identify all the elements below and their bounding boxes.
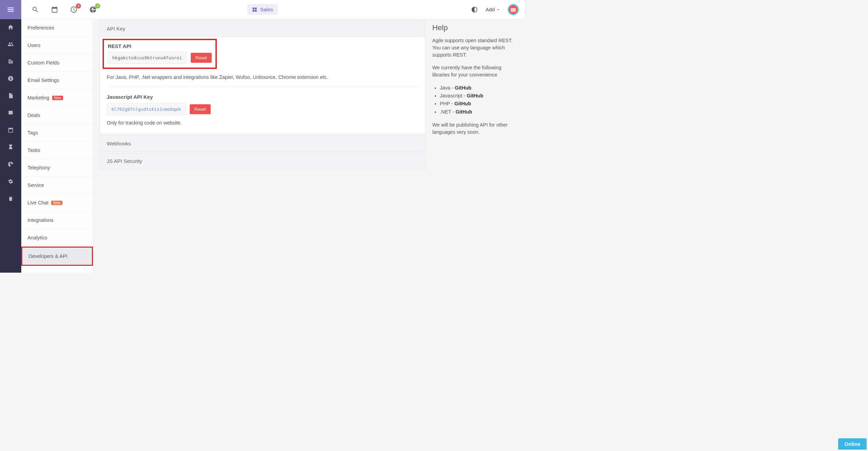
settings-item-label: Integrations bbox=[27, 217, 54, 223]
help-lib-link[interactable]: GitHub bbox=[467, 93, 483, 98]
chart-badge: 4 bbox=[95, 3, 100, 9]
settings-item-label: Live Chat bbox=[27, 200, 48, 205]
settings-item-custom-fields[interactable]: Custom Fields bbox=[21, 54, 93, 72]
js-api-title: Javascript API Key bbox=[107, 94, 418, 100]
sales-label: Sales bbox=[260, 7, 273, 12]
topbar: 4 4 Sales Add bbox=[0, 0, 525, 19]
calendar-icon bbox=[51, 6, 58, 13]
contacts-icon[interactable] bbox=[8, 41, 14, 47]
settings-item-label: Telephony bbox=[27, 165, 50, 170]
chart-button[interactable]: 4 bbox=[89, 6, 97, 13]
settings-item-pill: Beta bbox=[51, 201, 62, 205]
help-lib-item: .NET - GitHub bbox=[440, 108, 513, 116]
rest-api-block-highlight: REST API hkgakctodcus0ktrunu4fuoroi Rese… bbox=[103, 39, 217, 69]
content-left: API Key REST API hkgakctodcus0ktrunu4fuo… bbox=[99, 19, 425, 266]
help-lib-item: PHP - GitHub bbox=[440, 100, 513, 108]
timer-badge: 4 bbox=[76, 3, 81, 9]
settings-item-service[interactable]: Service bbox=[21, 177, 93, 194]
help-lib-link[interactable]: GitHub bbox=[454, 101, 471, 106]
settings-item-analytics[interactable]: Analytics bbox=[21, 229, 93, 247]
document-icon[interactable] bbox=[8, 93, 14, 99]
settings-item-label: Service bbox=[27, 182, 44, 188]
rest-api-note: For Java, PHP, .Net wrappers and integra… bbox=[107, 74, 418, 80]
settings-item-tasks[interactable]: Tasks bbox=[21, 142, 93, 159]
settings-item-integrations[interactable]: Integrations bbox=[21, 212, 93, 229]
settings-item-label: Custom Fields bbox=[27, 60, 59, 66]
svg-point-4 bbox=[514, 9, 515, 10]
settings-item-tags[interactable]: Tags bbox=[21, 124, 93, 142]
settings-item-telephony[interactable]: Telephony bbox=[21, 159, 93, 177]
reports-icon[interactable] bbox=[8, 161, 14, 167]
chevron-down-icon bbox=[496, 8, 500, 12]
accordion-api-key[interactable]: API Key bbox=[99, 21, 425, 37]
settings-item-preferences[interactable]: Preferences bbox=[21, 19, 93, 37]
help-lib-link[interactable]: GitHub bbox=[456, 109, 472, 115]
hamburger-icon bbox=[7, 5, 15, 14]
left-sidebar bbox=[0, 19, 21, 273]
accordion-js-security[interactable]: JS API Security bbox=[99, 153, 425, 169]
svg-rect-2 bbox=[511, 8, 516, 12]
avatar-icon bbox=[508, 4, 519, 15]
separator bbox=[107, 87, 418, 87]
help-lib-lang: Javascript bbox=[440, 93, 462, 98]
settings-item-label: Preferences bbox=[27, 25, 54, 31]
topbar-icons: 4 4 bbox=[32, 6, 97, 13]
main-area: PreferencesUsersCustom FieldsEmail Setti… bbox=[0, 19, 525, 273]
js-api-value[interactable]: 4l792g8fnlgudtskts1vmobqeh bbox=[107, 103, 186, 115]
help-lib-lang: PHP bbox=[440, 101, 450, 106]
help-p3: We will be publishing API for other lang… bbox=[432, 121, 513, 136]
company-icon[interactable] bbox=[8, 58, 14, 64]
contrast-icon[interactable] bbox=[471, 6, 478, 13]
hourglass-icon[interactable] bbox=[8, 144, 14, 150]
topbar-right: Add bbox=[471, 4, 519, 15]
settings-item-label: Marketing bbox=[27, 95, 49, 100]
trash-icon[interactable] bbox=[8, 195, 14, 202]
settings-item-label: Users bbox=[27, 43, 40, 48]
search-icon bbox=[32, 6, 39, 13]
home-icon[interactable] bbox=[8, 24, 14, 30]
settings-item-label: Tasks bbox=[27, 147, 40, 153]
help-lib-item: Javascript - GitHub bbox=[440, 92, 513, 100]
help-lib-list: Java - GitHubJavascript - GitHubPHP - Gi… bbox=[440, 84, 513, 116]
settings-item-live-chat[interactable]: Live ChatBeta bbox=[21, 194, 93, 212]
tablet-icon[interactable] bbox=[8, 110, 14, 116]
deals-icon[interactable] bbox=[8, 75, 14, 82]
svg-point-3 bbox=[512, 9, 513, 10]
help-lib-lang: Java bbox=[440, 85, 450, 91]
settings-item-email-settings[interactable]: Email Settings bbox=[21, 72, 93, 89]
settings-item-label: Tags bbox=[27, 130, 38, 135]
api-key-body: REST API hkgakctodcus0ktrunu4fuoroi Rese… bbox=[99, 37, 425, 134]
settings-item-label: Analytics bbox=[27, 235, 47, 240]
timer-button[interactable]: 4 bbox=[70, 6, 78, 13]
content: API Key REST API hkgakctodcus0ktrunu4fuo… bbox=[93, 19, 525, 273]
settings-item-deals[interactable]: Deals bbox=[21, 107, 93, 124]
settings-item-label: Email Settings bbox=[27, 78, 59, 83]
settings-item-label: Deals bbox=[27, 112, 40, 118]
js-api-note: Only for tracking code on website. bbox=[107, 120, 418, 126]
add-dropdown[interactable]: Add bbox=[485, 7, 500, 12]
settings-icon[interactable] bbox=[8, 178, 14, 185]
help-lib-lang: .NET bbox=[440, 109, 451, 115]
hamburger-button[interactable] bbox=[0, 0, 21, 19]
settings-item-label: Developers & API bbox=[28, 253, 68, 259]
settings-item-marketing[interactable]: MarketingNew bbox=[21, 89, 93, 107]
settings-item-developers-api[interactable]: Developers & API bbox=[21, 247, 93, 266]
help-panel: Help Agile supports open standard REST. … bbox=[432, 19, 513, 266]
accordion-webhooks[interactable]: Webhooks bbox=[99, 135, 425, 152]
avatar[interactable] bbox=[508, 4, 519, 15]
rest-api-title: REST API bbox=[108, 43, 212, 49]
settings-item-pill: New bbox=[52, 96, 63, 100]
help-p2: We currently have the following librarie… bbox=[432, 64, 513, 79]
calendar-icon[interactable] bbox=[8, 127, 14, 133]
settings-item-users[interactable]: Users bbox=[21, 37, 93, 54]
help-lib-link[interactable]: GitHub bbox=[455, 85, 471, 91]
js-reset-button[interactable]: Reset bbox=[190, 104, 211, 114]
settings-nav: PreferencesUsersCustom FieldsEmail Setti… bbox=[21, 19, 93, 273]
rest-api-value[interactable]: hkgakctodcus0ktrunu4fuoroi bbox=[108, 52, 187, 64]
sales-dropdown[interactable]: Sales bbox=[247, 4, 278, 15]
search-button[interactable] bbox=[32, 6, 39, 13]
calendar-button[interactable] bbox=[51, 6, 58, 13]
rest-reset-button[interactable]: Reset bbox=[191, 53, 212, 63]
top-center: Sales bbox=[247, 4, 278, 15]
help-lib-item: Java - GitHub bbox=[440, 84, 513, 92]
